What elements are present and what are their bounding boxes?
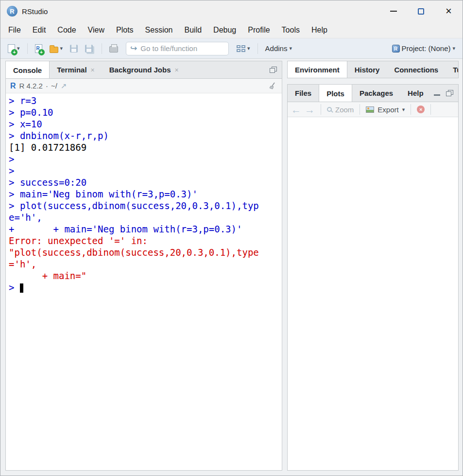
save-all-button[interactable] — [83, 43, 97, 54]
menu-item-file[interactable]: File — [2, 22, 27, 38]
r-logo-icon: R — [10, 82, 16, 90]
export-button[interactable]: Export — [377, 106, 398, 114]
open-file-button[interactable]: ▾ — [47, 43, 66, 54]
print-icon — [109, 46, 118, 53]
console-line: e='h', — [9, 212, 280, 223]
close-tab-icon[interactable]: × — [91, 66, 95, 74]
plots-tabbar: FilesPlotsPackagesHelp — [288, 85, 458, 102]
tab-console-label: Console — [13, 66, 42, 74]
window-title: RStudio — [22, 7, 48, 16]
toolbar-separator — [411, 104, 411, 115]
tab-packages[interactable]: Packages — [352, 85, 400, 102]
new-project-button[interactable]: R+ — [33, 43, 45, 54]
maximize-button[interactable] — [407, 0, 435, 22]
plots-pane-icons — [434, 85, 458, 102]
maximize-icon — [418, 8, 424, 15]
tab-console[interactable]: Console — [6, 61, 50, 79]
console-line: > plot(success,dbinom(success,20,0.3,0.1… — [9, 200, 280, 212]
new-file-button[interactable]: + ▾ — [5, 43, 22, 54]
menu-item-code[interactable]: Code — [51, 22, 82, 38]
minimize-button[interactable] — [379, 0, 407, 22]
goto-file-box: ↪ — [126, 42, 229, 55]
pane-grid-icon — [237, 45, 245, 52]
tab-packages-label: Packages — [360, 89, 393, 97]
menu-item-profile[interactable]: Profile — [242, 22, 275, 38]
open-folder-icon — [50, 47, 58, 53]
tab-terminal[interactable]: Terminal× — [50, 61, 102, 78]
menu-item-plots[interactable]: Plots — [110, 22, 139, 38]
zoom-button[interactable]: Zoom — [335, 106, 354, 114]
menu-item-session[interactable]: Session — [139, 22, 179, 38]
pane-layout-button[interactable]: ▾ — [234, 44, 253, 53]
menu-item-help[interactable]: Help — [306, 22, 333, 38]
zoom-icon — [327, 107, 332, 112]
project-cube-icon: R — [392, 45, 400, 53]
close-tab-icon[interactable]: × — [174, 66, 178, 74]
console-line: [1] 0.01721869 — [9, 141, 280, 153]
console-header: R R 4.2.2 · ~/ ↗ — [6, 79, 282, 93]
goto-file-input[interactable] — [140, 44, 224, 53]
menu-item-debug[interactable]: Debug — [207, 22, 242, 38]
project-menu-button[interactable]: R Project: (None) ▾ — [390, 43, 458, 54]
version-separator: · — [46, 82, 48, 90]
addins-button[interactable]: Addins ▾ — [263, 43, 294, 54]
tab-environment[interactable]: Environment — [288, 61, 347, 78]
tab-history-label: History — [355, 66, 380, 74]
plots-toolbar: ← → Zoom Export ▾ × — [288, 102, 458, 117]
rstudio-window: R RStudio × FileEditCodeViewPlotsSession… — [0, 0, 463, 476]
maximize-pane-icon[interactable] — [270, 67, 277, 73]
menu-item-edit[interactable]: Edit — [27, 22, 52, 38]
working-directory: ~/ — [51, 82, 57, 90]
workspace: ConsoleTerminal×Background Jobs× R R 4.2… — [0, 59, 463, 476]
tab-environment-label: Environment — [295, 66, 340, 74]
console-line: > — [9, 165, 280, 176]
menu-item-build[interactable]: Build — [179, 22, 208, 38]
toolbar-separator — [27, 43, 28, 54]
clear-console-icon[interactable] — [269, 82, 277, 90]
tab-tutorial[interactable]: Tutorial — [446, 61, 459, 78]
tab-connections[interactable]: Connections — [387, 61, 446, 78]
previous-plot-icon[interactable]: ← — [291, 105, 301, 115]
console-line: + + main='Neg binom with(r=3,p=0.3)' — [9, 223, 280, 235]
chevron-down-icon: ▾ — [402, 106, 405, 113]
console-pane-icons — [270, 61, 282, 78]
tab-history[interactable]: History — [347, 61, 387, 78]
minimize-pane-icon[interactable] — [434, 94, 440, 96]
tab-plots[interactable]: Plots — [319, 85, 352, 102]
tab-tutorial-label: Tutorial — [453, 66, 459, 74]
tab-help[interactable]: Help — [400, 85, 431, 102]
tab-background-jobs[interactable]: Background Jobs× — [102, 61, 186, 78]
save-button[interactable] — [68, 43, 80, 54]
chevron-down-icon: ▾ — [17, 45, 20, 52]
close-button[interactable]: × — [435, 0, 463, 22]
console-line: > — [9, 153, 280, 165]
restore-pane-icon[interactable] — [446, 90, 453, 96]
console-line: + main=" — [9, 270, 280, 282]
chevron-down-icon: ▾ — [60, 45, 63, 52]
title-bar: R RStudio × — [0, 0, 463, 22]
export-image-icon — [366, 106, 374, 113]
tab-files[interactable]: Files — [288, 85, 319, 102]
chevron-down-icon: ▾ — [247, 45, 250, 52]
tab-background-jobs-label: Background Jobs — [109, 66, 171, 74]
toolbar-separator — [430, 104, 431, 115]
console-line: > dnbinom(x-r,r,p) — [9, 130, 280, 141]
console-line: > p=0.10 — [9, 106, 280, 118]
menu-item-tools[interactable]: Tools — [276, 22, 306, 38]
environment-tabs: EnvironmentHistoryConnectionsTutorial — [288, 61, 459, 78]
menu-bar: FileEditCodeViewPlotsSessionBuildDebugPr… — [0, 22, 463, 38]
console-output[interactable]: > r=3> p=0.10> x=10> dnbinom(x-r,r,p)[1]… — [6, 93, 282, 470]
toolbar-separator — [102, 43, 102, 54]
console-line: "plot(success,dbinom(success,20,0.3,0.1)… — [9, 247, 280, 258]
console-line: > x=10 — [9, 118, 280, 130]
minimize-icon — [390, 11, 397, 12]
next-plot-icon[interactable]: → — [305, 105, 315, 115]
print-button[interactable] — [107, 43, 120, 54]
menu-item-view[interactable]: View — [82, 22, 110, 38]
window-controls: × — [379, 0, 463, 22]
remove-plot-icon[interactable]: × — [417, 106, 425, 113]
open-directory-icon[interactable]: ↗ — [61, 82, 67, 90]
tab-files-label: Files — [295, 89, 311, 97]
tab-help-label: Help — [408, 89, 424, 97]
console-cursor — [20, 283, 23, 293]
